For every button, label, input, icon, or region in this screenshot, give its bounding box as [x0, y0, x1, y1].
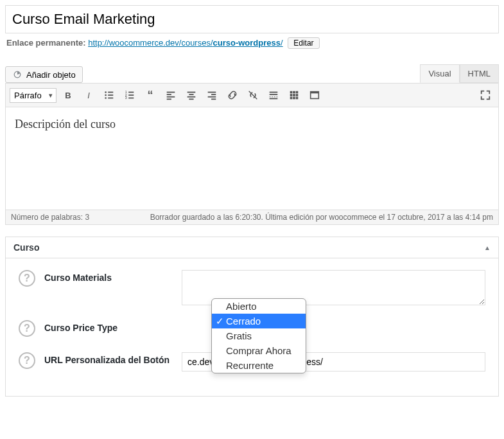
svg-rect-4	[108, 94, 113, 96]
price-type-dropdown: Abierto Cerrado Gratis Comprar Ahora Rec…	[211, 298, 306, 373]
svg-rect-40	[311, 92, 319, 94]
svg-rect-29	[270, 98, 278, 100]
toolbar-toggle-button[interactable]	[285, 86, 303, 104]
permalink-link[interactable]: http://woocommerce.dev/courses/curso-wor…	[88, 38, 282, 48]
option-recurrente[interactable]: Recurrente	[212, 358, 306, 373]
svg-point-5	[105, 97, 107, 99]
media-icon	[12, 69, 22, 80]
fullscreen-button[interactable]	[476, 86, 494, 104]
insert-more-button[interactable]	[265, 86, 282, 104]
svg-rect-21	[208, 92, 216, 93]
save-status-label: Borrador guardado a las 6:20:30. Última …	[150, 213, 493, 222]
svg-rect-15	[167, 96, 175, 98]
unlink-button[interactable]	[244, 86, 262, 104]
fullscreen-button-2[interactable]	[306, 86, 324, 104]
option-cerrado[interactable]: Cerrado	[212, 314, 306, 328]
svg-point-3	[105, 94, 107, 96]
help-icon[interactable]: ?	[19, 352, 35, 369]
bullet-list-button[interactable]	[100, 86, 118, 104]
svg-rect-19	[187, 96, 196, 98]
svg-rect-2	[108, 92, 113, 93]
svg-rect-38	[296, 97, 299, 100]
add-media-button[interactable]: Añadir objeto	[5, 66, 83, 83]
word-count-label: Número de palabras: 3	[11, 213, 89, 222]
help-icon[interactable]: ?	[19, 320, 35, 337]
edit-slug-button[interactable]: Editar	[288, 37, 319, 49]
svg-rect-17	[187, 92, 196, 93]
url-label: URL Personalizada del Botón	[44, 352, 173, 365]
svg-rect-10	[128, 94, 134, 96]
permalink-label: Enlace permanente:	[6, 38, 86, 48]
permalink-row: Enlace permanente: http://woocommerce.de…	[5, 33, 499, 53]
align-center-button[interactable]	[182, 86, 200, 104]
svg-rect-6	[108, 98, 113, 99]
link-button[interactable]	[223, 86, 241, 104]
svg-rect-32	[296, 91, 299, 94]
svg-rect-31	[293, 91, 295, 94]
svg-rect-26	[270, 92, 278, 93]
svg-rect-12	[128, 98, 134, 99]
svg-rect-14	[167, 94, 171, 95]
tab-visual[interactable]: Visual	[420, 64, 459, 83]
post-title-input[interactable]	[5, 5, 499, 33]
option-comprar-ahora[interactable]: Comprar Ahora	[212, 343, 306, 358]
svg-point-1	[105, 91, 107, 93]
svg-rect-13	[167, 92, 175, 93]
materials-label: Curso Materials	[44, 270, 173, 283]
blockquote-button[interactable]: “	[141, 86, 159, 104]
italic-button[interactable]: I	[80, 86, 98, 104]
format-select[interactable]: Párrafo	[10, 88, 56, 103]
svg-rect-33	[290, 94, 293, 96]
option-abierto[interactable]: Abierto	[212, 299, 306, 314]
metabox-header[interactable]: Curso ▲	[6, 237, 498, 258]
align-right-button[interactable]	[203, 86, 221, 104]
svg-rect-30	[290, 91, 293, 94]
svg-rect-27	[270, 94, 278, 95]
numbered-list-button[interactable]: 123	[121, 86, 139, 104]
svg-rect-34	[293, 94, 295, 96]
collapse-icon: ▲	[484, 244, 491, 251]
svg-rect-22	[211, 94, 216, 95]
bold-button[interactable]: B	[59, 86, 77, 104]
svg-rect-24	[211, 98, 216, 100]
tab-html[interactable]: HTML	[460, 64, 499, 83]
help-icon[interactable]: ?	[19, 270, 35, 287]
curso-metabox: Curso ▲ ? Curso Materials ? Curso Price …	[5, 237, 499, 397]
svg-text:3: 3	[125, 96, 127, 100]
svg-rect-23	[208, 96, 216, 98]
editor-content-area[interactable]: Descripción del curso	[5, 107, 499, 210]
svg-rect-35	[296, 94, 299, 96]
option-gratis[interactable]: Gratis	[212, 328, 306, 343]
svg-rect-16	[167, 98, 171, 100]
price-type-label: Curso Price Type	[44, 320, 173, 333]
svg-rect-20	[189, 98, 193, 100]
align-left-button[interactable]	[162, 86, 180, 104]
svg-rect-37	[293, 97, 295, 100]
svg-rect-36	[290, 97, 293, 100]
svg-rect-18	[189, 94, 193, 95]
editor-toolbar: Párrafo B I 123 “	[5, 83, 499, 107]
svg-rect-8	[128, 92, 134, 93]
